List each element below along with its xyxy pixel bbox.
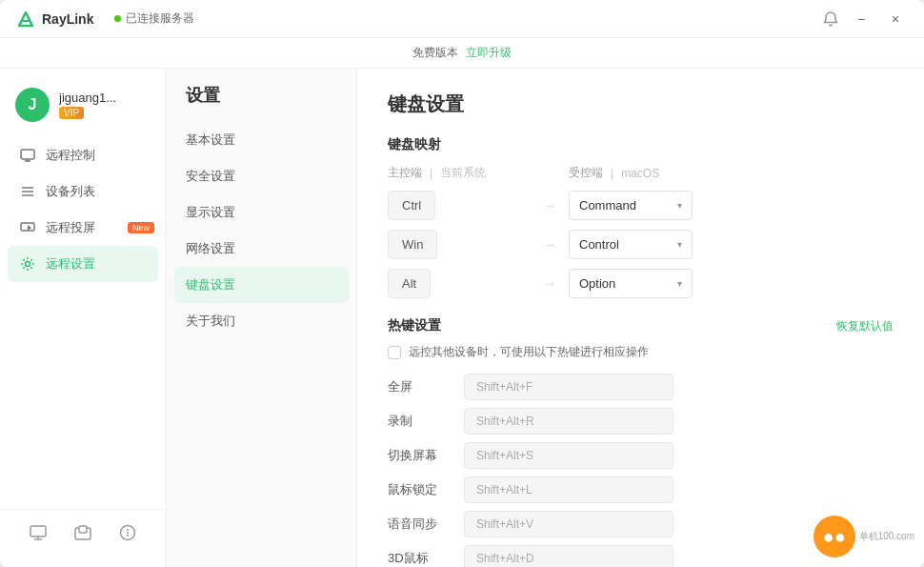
sidebar-item-remote-projection[interactable]: 远程投屏 New [0,210,166,246]
server-status-text: 已连接服务器 [126,10,194,27]
hotkey-row-fullscreen: 全屏 Shift+Alt+F [388,374,894,400]
nav-items: 远程控制 设备列表 [0,137,166,509]
control-dropdown[interactable]: Control ▾ [569,230,693,259]
settings-menu-network[interactable]: 网络设置 [167,231,356,267]
hotkey-enable-checkbox[interactable] [388,346,401,359]
svg-rect-15 [79,526,87,533]
target-sublabel: macOS [621,167,659,180]
close-button[interactable]: × [882,6,909,32]
target-col-header: 受控端 | macOS [559,165,659,181]
mapping-column-headers: 主控端 | 当前系统 受控端 | macOS [388,165,894,181]
restore-defaults-link[interactable]: 恢复默认值 [836,318,894,334]
svg-point-17 [127,529,129,531]
hotkey-input-mouse-lock[interactable]: Shift+Alt+L [464,476,673,503]
hotkey-label: 3D鼠标 [388,550,464,567]
upgrade-bar: 免费版本 立即升级 [0,38,924,69]
user-info: jiguang1... VIP [59,91,151,119]
hotkey-description: 远控其他设备时，可使用以下热键进行相应操作 [409,344,649,360]
mapping-section-title: 键盘映射 [388,136,894,153]
status-dot-icon [114,15,121,22]
settings-menu-about[interactable]: 关于我们 [167,303,356,339]
option-dropdown-value: Option [579,276,615,291]
app-window: RayLink 已连接服务器 − × 免费版本 立即升级 [0,0,924,567]
logo-text: RayLink [42,11,93,27]
hotkey-input-switch-screen[interactable]: Shift+Alt+S [464,442,673,469]
sidebar-item-device-list[interactable]: 设备列表 [0,173,166,210]
remote-control-icon [19,147,36,164]
hotkey-label: 切换屏幕 [388,447,464,464]
host-key-win: Win [388,230,540,259]
hotkey-row-record: 录制 Shift+Alt+R [388,408,894,435]
mapping-select-win: Control ▾ [569,230,894,259]
target-label: 受控端 [569,165,603,181]
settings-panel-title: 设置 [167,84,356,122]
minimize-button[interactable]: − [848,6,874,32]
svg-rect-2 [21,150,34,159]
svg-point-19 [127,535,129,537]
device-list-icon [19,183,36,200]
command-dropdown-value: Command [579,198,636,213]
hotkey-row-mouse-lock: 鼠标锁定 Shift+Alt+L [388,476,894,503]
key-label: Alt [388,269,431,298]
hotkey-section-title: 热键设置 [388,317,441,334]
remote-projection-icon [19,219,36,236]
main-layout: J jiguang1... VIP [0,69,924,567]
sidebar-item-label: 远程设置 [46,255,95,273]
key-label: Ctrl [388,191,435,220]
monitor-icon[interactable] [27,521,50,544]
content-title: 键盘设置 [388,91,894,117]
hotkey-input-record[interactable]: Shift+Alt+R [464,408,673,435]
chevron-down-icon: ▾ [677,200,682,211]
upgrade-link[interactable]: 立即升级 [466,45,512,61]
mapping-select-ctrl: Command ▾ [569,191,894,220]
svg-point-18 [127,532,129,534]
mapping-select-alt: Option ▾ [569,269,894,298]
window-icon[interactable] [71,521,94,544]
sidebar-item-remote-settings[interactable]: 远程设置 [8,246,158,282]
host-key-ctrl: Ctrl [388,191,540,220]
host-sublabel: 当前系统 [440,165,486,181]
raylink-logo-icon [15,9,36,30]
new-badge: New [128,222,154,233]
control-dropdown-value: Control [579,237,619,252]
circle-menu-icon[interactable] [116,521,139,544]
mapping-row-win: Win → Control ▾ [388,230,894,259]
titlebar: RayLink 已连接服务器 − × [0,0,924,38]
svg-point-10 [26,262,30,267]
hotkey-section-header: 热键设置 恢复默认值 [388,317,894,334]
settings-menu-display[interactable]: 显示设置 [167,194,356,231]
hotkey-label: 语音同步 [388,516,464,533]
server-status: 已连接服务器 [114,10,194,27]
user-section: J jiguang1... VIP [0,80,166,137]
logo-section: RayLink 已连接服务器 [15,9,821,30]
notification-bell-icon[interactable] [821,10,840,29]
hotkey-row-switch-screen: 切换屏幕 Shift+Alt+S [388,442,894,469]
host-col-header: 主控端 | 当前系统 [388,165,559,181]
option-dropdown[interactable]: Option ▾ [569,269,693,298]
settings-panel: 设置 基本设置 安全设置 显示设置 网络设置 键盘设置 关于我们 [167,69,357,567]
mapping-arrow-icon: → [540,198,559,213]
host-key-alt: Alt [388,269,540,298]
hotkey-row-voice-sync: 语音同步 Shift+Alt+V [388,511,894,537]
chevron-down-icon: ▾ [677,278,682,289]
hotkey-input-voice-sync[interactable]: Shift+Alt+V [464,511,673,537]
remote-settings-icon [19,255,36,273]
hotkey-input-fullscreen[interactable]: Shift+Alt+F [464,374,673,400]
sidebar-item-remote-control[interactable]: 远程控制 [0,137,166,173]
command-dropdown[interactable]: Command ▾ [569,191,693,220]
host-label: 主控端 [388,165,422,181]
hotkey-input-3d-mouse[interactable]: Shift+Alt+D [464,545,673,567]
svg-marker-0 [19,12,32,26]
hotkey-label: 全屏 [388,378,464,395]
sidebar-item-label: 远程控制 [46,147,95,164]
content-area: 键盘设置 键盘映射 主控端 | 当前系统 受控端 | macOS C [357,69,924,567]
avatar: J [15,88,50,122]
hotkey-label: 鼠标锁定 [388,481,464,498]
free-version-text: 免费版本 [412,45,458,61]
username: jiguang1... [59,91,151,105]
mapping-arrow-icon: → [540,276,559,291]
sidebar-item-label: 设备列表 [46,183,95,200]
settings-menu-security[interactable]: 安全设置 [167,158,356,194]
settings-menu-basic[interactable]: 基本设置 [167,122,356,158]
settings-menu-keyboard[interactable]: 键盘设置 [174,267,349,303]
